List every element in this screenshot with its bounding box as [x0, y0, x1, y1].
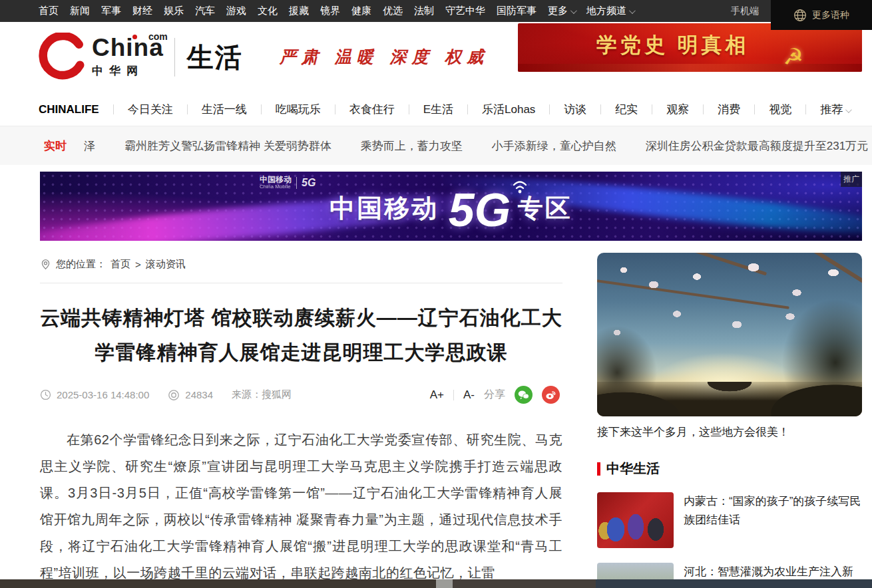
- font-increase-button[interactable]: A+: [430, 388, 444, 402]
- globe-icon: [793, 9, 807, 22]
- sidebar: 接下来这半个多月，这些地方会很美！ 中华生活 内蒙古：“国家的孩子”的孩子续写民…: [597, 253, 862, 588]
- breadcrumb-separator: >: [135, 259, 141, 270]
- location-pin-icon: [40, 259, 51, 270]
- section-title: 中华生活: [606, 460, 660, 478]
- chevron-down-icon: [570, 7, 577, 14]
- subnav-separator: [261, 104, 262, 114]
- top-nav-finance[interactable]: 财经: [132, 5, 152, 17]
- sidebar-news-item[interactable]: 内蒙古：“国家的孩子”的孩子续写民族团结佳话: [597, 492, 862, 548]
- font-decrease-button[interactable]: A-: [463, 388, 475, 402]
- top-nav-entertainment[interactable]: 娱乐: [164, 5, 184, 17]
- view-count-value: 24834: [185, 389, 213, 400]
- ticker-label: 实时: [44, 138, 67, 154]
- clock-icon: [40, 389, 51, 400]
- top-nav-regional[interactable]: 地方频道: [586, 5, 634, 17]
- breadcrumb-home-link[interactable]: 首页: [110, 258, 130, 271]
- footer-strip: [0, 579, 872, 588]
- footer-strip-segment: [436, 579, 453, 588]
- mobile-version-link[interactable]: 手机端: [731, 5, 759, 17]
- top-nav-law[interactable]: 法制: [414, 5, 434, 17]
- photo-silhouette: [597, 382, 862, 416]
- ticker-item[interactable]: 乘势而上，蓄力攻坚: [361, 138, 463, 154]
- subnav-life-frontline[interactable]: 生活一线: [202, 102, 247, 117]
- view-count: 24834: [168, 389, 213, 401]
- subnav-observation[interactable]: 观察: [666, 102, 689, 117]
- subnav-recommended[interactable]: 推荐: [820, 102, 850, 117]
- top-nav-home[interactable]: 首页: [39, 5, 59, 17]
- weibo-icon: [545, 390, 556, 400]
- top-bar: 首页 新闻 军事 财经 娱乐 汽车 游戏 文化 援藏 镜界 健康 优选 法制 守…: [0, 0, 872, 22]
- more-languages-button[interactable]: 更多语种: [771, 0, 872, 30]
- subnav-consumption[interactable]: 消费: [718, 102, 740, 117]
- live-news-ticker: 实时 泽 霸州胜芳义警弘扬雷锋精神 关爱弱势群体 乘势而上，蓄力攻坚 小手添新绿…: [0, 126, 872, 165]
- ticker-item[interactable]: 泽: [84, 138, 95, 154]
- page: 首页 新闻 军事 财经 娱乐 汽车 游戏 文化 援藏 镜界 健康 优选 法制 守…: [0, 0, 872, 588]
- top-nav-health[interactable]: 健康: [351, 5, 371, 17]
- subnav-separator: [754, 104, 755, 114]
- banner-title-cn: 中国移动: [329, 194, 439, 222]
- promo-tag: 推广: [841, 172, 862, 187]
- brand-cn: 中华网: [92, 63, 164, 78]
- subnav-separator: [467, 104, 468, 114]
- ticker-item[interactable]: 深圳住房公积金贷款最高额度提升至231万元: [646, 138, 868, 154]
- site-logo[interactable]: China com 中华网 生活: [37, 33, 243, 82]
- subnav-separator: [805, 104, 806, 114]
- news-thumbnail: [597, 492, 674, 548]
- top-nav-aid-tibet[interactable]: 援藏: [289, 5, 309, 17]
- subnav-today-focus[interactable]: 今日关注: [128, 102, 173, 117]
- top-nav-auto[interactable]: 汽车: [195, 5, 215, 17]
- header-ad-banner[interactable]: 学党史 明真相 ☭: [518, 23, 862, 72]
- subnav-e-life[interactable]: E生活: [423, 102, 453, 117]
- subnav-lohas[interactable]: 乐活Lohas: [482, 102, 535, 117]
- publish-time-value: 2025-03-16 14:48:00: [57, 389, 149, 400]
- breadcrumb-current-link[interactable]: 滚动资讯: [146, 258, 186, 271]
- top-nav-games[interactable]: 游戏: [226, 5, 246, 17]
- top-nav-more[interactable]: 更多: [548, 5, 575, 17]
- article-column: 您的位置： 首页 > 滚动资讯 云端共铸精神灯塔 馆校联动赓续薪火——辽宁石油化…: [40, 253, 562, 588]
- top-nav-military[interactable]: 军事: [101, 5, 121, 17]
- subnav-interviews[interactable]: 访谈: [564, 102, 586, 117]
- brand-dot-icon: [132, 35, 137, 39]
- subnav-chinalife[interactable]: CHINALIFE: [39, 103, 99, 116]
- sidebar-section-header: 中华生活: [597, 460, 862, 478]
- top-nav-crafts[interactable]: 守艺中华: [445, 5, 485, 17]
- subnav-separator: [549, 104, 550, 114]
- article-tools: A+ A- 分享: [430, 386, 562, 404]
- subnav-eat-drink-play[interactable]: 吃喝玩乐: [276, 102, 321, 117]
- wechat-icon: [518, 390, 529, 400]
- logo-divider: [174, 38, 175, 76]
- featured-image-caption[interactable]: 接下来这半个多月，这些地方会很美！: [597, 424, 862, 440]
- top-nav-culture[interactable]: 文化: [258, 5, 278, 17]
- china-mobile-5g-ad-banner[interactable]: 中国移动 China Mobile 5G 中国移动 5G 专区 推广: [40, 172, 862, 241]
- publish-time: 2025-03-16 14:48:00: [40, 389, 149, 400]
- subnav-separator: [113, 104, 114, 114]
- top-nav-news[interactable]: 新闻: [70, 5, 90, 17]
- top-nav-lens[interactable]: 镜界: [320, 5, 340, 17]
- ticker-item[interactable]: 小手添新绿，童心护自然: [492, 138, 616, 154]
- article-title: 云端共铸精神灯塔 馆校联动赓续薪火——辽宁石油化工大学雷锋精神育人展馆走进昆明理…: [40, 301, 562, 370]
- subnav-separator: [187, 104, 188, 114]
- news-title: 内蒙古：“国家的孩子”的孩子续写民族团结佳话: [684, 492, 862, 548]
- main-content: 您的位置： 首页 > 滚动资讯 云端共铸精神灯塔 馆校联动赓续薪火——辽宁石油化…: [0, 253, 872, 588]
- ticker-item[interactable]: 霸州胜芳义警弘扬雷锋精神 关爱弱势群体: [124, 138, 331, 154]
- top-nav-select[interactable]: 优选: [383, 5, 403, 17]
- chevron-down-icon: [629, 7, 636, 14]
- footer-strip-segment: [0, 579, 436, 588]
- banner-title: 中国移动 5G 专区: [40, 184, 862, 237]
- channel-title: 生活: [187, 39, 243, 76]
- article-meta: 2025-03-16 14:48:00 24834 来源：搜狐网 A+ A-: [40, 386, 562, 404]
- top-nav: 首页 新闻 军事 财经 娱乐 汽车 游戏 文化 援藏 镜界 健康 优选 法制 守…: [39, 5, 634, 17]
- sidebar-featured-image[interactable]: [597, 253, 862, 416]
- china-com-logo-icon: [37, 33, 89, 82]
- channel-nav: CHINALIFE 今日关注 生活一线 吃喝玩乐 衣食住行 E生活 乐活Loha…: [0, 93, 872, 126]
- top-nav-defense[interactable]: 国防军事: [497, 5, 537, 17]
- subnav-clothing-food-housing[interactable]: 衣食住行: [349, 102, 395, 117]
- subnav-documentary[interactable]: 纪实: [615, 102, 638, 117]
- banner-title-5g: 5G: [449, 184, 511, 236]
- section-red-bar: [597, 462, 600, 476]
- wifi-icon: [510, 178, 530, 194]
- tools-separator: [453, 390, 454, 400]
- share-wechat-button[interactable]: [515, 386, 533, 404]
- share-weibo-button[interactable]: [542, 386, 560, 404]
- subnav-visual[interactable]: 视觉: [769, 102, 791, 117]
